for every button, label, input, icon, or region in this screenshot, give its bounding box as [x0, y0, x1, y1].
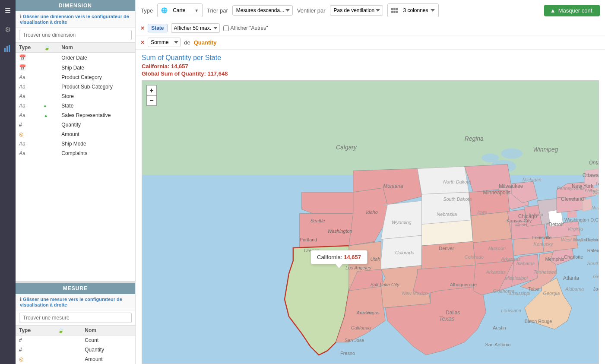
col-name: Nom	[58, 43, 135, 53]
svg-text:San Antonio: San Antonio	[485, 342, 510, 347]
filter-row-1: × State Afficher 50 max.Afficher 25 max.…	[136, 21, 605, 35]
measure-search-box	[16, 310, 135, 326]
svg-text:Illinois: Illinois	[515, 222, 527, 227]
measure-list-item[interactable]: # Quantity	[16, 345, 135, 355]
svg-text:Richmond: Richmond	[586, 237, 599, 242]
field-type-icon: #	[16, 120, 40, 130]
field-name: Store	[58, 92, 135, 101]
svg-text:Nebraska: Nebraska	[437, 212, 457, 217]
chart-california: California: 14,657	[142, 63, 599, 70]
filter1-checkbox[interactable]	[223, 25, 229, 31]
dimension-list-item[interactable]: Aa Store	[16, 92, 135, 101]
svg-text:South Dakota: South Dakota	[443, 196, 472, 202]
svg-rect-0	[4, 48, 6, 52]
field-type-icon: Aa	[16, 73, 40, 82]
svg-text:Regina: Regina	[465, 135, 484, 142]
col-type: Type	[16, 43, 40, 53]
field-name: Sales Representative	[58, 111, 135, 120]
trier-select[interactable]: Mesures descenda...Mesures ascendant	[232, 5, 293, 16]
svg-text:Ottawa: Ottawa	[583, 172, 599, 178]
dimension-list-item[interactable]: Aa ● State	[16, 101, 135, 111]
filter2-de-label: de	[184, 39, 190, 46]
svg-point-7	[501, 149, 523, 159]
svg-text:Tennessee: Tennessee	[534, 269, 557, 275]
svg-text:Utah: Utah	[371, 256, 380, 262]
mfield-dot	[54, 345, 82, 355]
field-dot	[40, 149, 58, 158]
field-type-icon: Aa	[16, 111, 40, 120]
dimension-list-item[interactable]: # Quantity	[16, 120, 135, 130]
field-name: Complaints	[58, 149, 135, 158]
dimension-list-item[interactable]: Aa Ship Mode	[16, 139, 135, 149]
svg-text:Mississippi: Mississippi	[507, 291, 530, 296]
svg-text:New Mexico: New Mexico	[402, 291, 428, 296]
svg-text:Colorado: Colorado	[465, 254, 484, 260]
svg-text:Michigan: Michigan	[523, 177, 542, 182]
chart-icon[interactable]	[2, 42, 14, 54]
measure-list-item[interactable]: # Count	[16, 336, 135, 345]
measure-section: MESURE ℹ Glisser une mesure vers le conf…	[16, 283, 135, 364]
measure-info-bold: mesure	[50, 297, 67, 302]
dimension-list-item[interactable]: 📅 Order Date	[16, 53, 135, 63]
zoom-out-button[interactable]: −	[146, 95, 157, 106]
svg-text:Charlotte: Charlotte	[564, 254, 583, 260]
svg-text:Washington: Washington	[327, 228, 352, 234]
dimension-list-item[interactable]: 📅 Ship Date	[16, 63, 135, 73]
svg-text:Montana: Montana	[383, 183, 403, 189]
ventiler-label: Ventiler par	[297, 7, 326, 14]
measure-list-item[interactable]: ◎ Amount	[16, 355, 135, 364]
svg-text:Cleveland: Cleveland	[561, 196, 584, 202]
type-select[interactable]: CarteBarLinePie	[169, 6, 193, 15]
svg-text:Iowa: Iowa	[478, 209, 488, 215]
field-dot	[40, 92, 58, 101]
type-label: Type	[141, 7, 153, 14]
mfield-dot	[54, 355, 82, 364]
masquer-conf-button[interactable]: ▲ Masquer conf.	[544, 5, 600, 16]
mcol-name: Nom	[81, 326, 135, 336]
field-type-icon: Aa	[16, 92, 40, 101]
filter2-somme-select[interactable]: SommeMoyenneMaxMin	[148, 38, 181, 47]
map-container: + −	[142, 80, 599, 364]
dimension-list-item[interactable]: Aa Product Category	[16, 73, 135, 82]
svg-rect-2	[9, 45, 10, 52]
mfield-name: Count	[81, 336, 135, 345]
measure-search-input[interactable]	[19, 313, 132, 323]
dimension-search-box	[16, 28, 135, 43]
filter1-remove[interactable]: ×	[141, 25, 144, 32]
dimension-list-item[interactable]: Aa Product Sub-Category	[16, 82, 135, 92]
svg-marker-48	[583, 199, 592, 212]
svg-text:Arkansas: Arkansas	[500, 256, 521, 262]
svg-text:South Carolina: South Carolina	[587, 261, 599, 266]
svg-marker-28	[471, 212, 512, 243]
settings-icon[interactable]: ⚙	[2, 23, 14, 35]
field-type-icon: Aa	[16, 82, 40, 92]
filter2-remove[interactable]: ×	[141, 39, 144, 46]
filter1-badge: State	[148, 24, 167, 32]
svg-text:Washington D.C.: Washington D.C.	[564, 217, 599, 222]
filter1-select[interactable]: Afficher 50 max.Afficher 25 max.Tous	[171, 23, 220, 33]
field-type-icon: Aa	[16, 101, 40, 111]
svg-text:Texas: Texas	[439, 315, 455, 322]
dimension-list-item[interactable]: Aa ▲ Sales Representative	[16, 111, 135, 120]
dimension-info: ℹ Glisser une dimension vers le configur…	[16, 11, 135, 28]
sidebar-icon-panel: ☰ ⚙	[0, 0, 16, 364]
mfield-type-icon: #	[16, 345, 54, 355]
filter1-checkbox-label: Afficher "Autres"	[223, 25, 268, 31]
masquer-label: Masquer conf.	[558, 7, 594, 14]
svg-text:Kentucky: Kentucky	[534, 241, 553, 247]
trier-label: Trier par	[207, 7, 228, 14]
dimension-list-item[interactable]: ◎ Amount	[16, 130, 135, 139]
field-type-icon: ◎	[16, 130, 40, 139]
field-name: Product Category	[58, 73, 135, 82]
map-svg: Calgary Regina Winnipeg Ontario Seattle …	[142, 81, 599, 364]
menu-icon[interactable]: ☰	[2, 4, 14, 16]
mcol-type: Type	[16, 326, 54, 336]
dimension-list-item[interactable]: Aa Complaints	[16, 149, 135, 158]
ventiler-select[interactable]: Pas de ventilation	[330, 5, 383, 16]
colonnes-select[interactable]: 3 colonnes2 colonnes4 colonnes	[400, 6, 435, 15]
global-label: Global Sum of Quantity:	[142, 70, 206, 77]
california-label: California:	[142, 63, 169, 70]
zoom-in-button[interactable]: +	[146, 85, 157, 95]
mfield-name: Amount	[81, 355, 135, 364]
dimension-search-input[interactable]	[19, 30, 132, 40]
